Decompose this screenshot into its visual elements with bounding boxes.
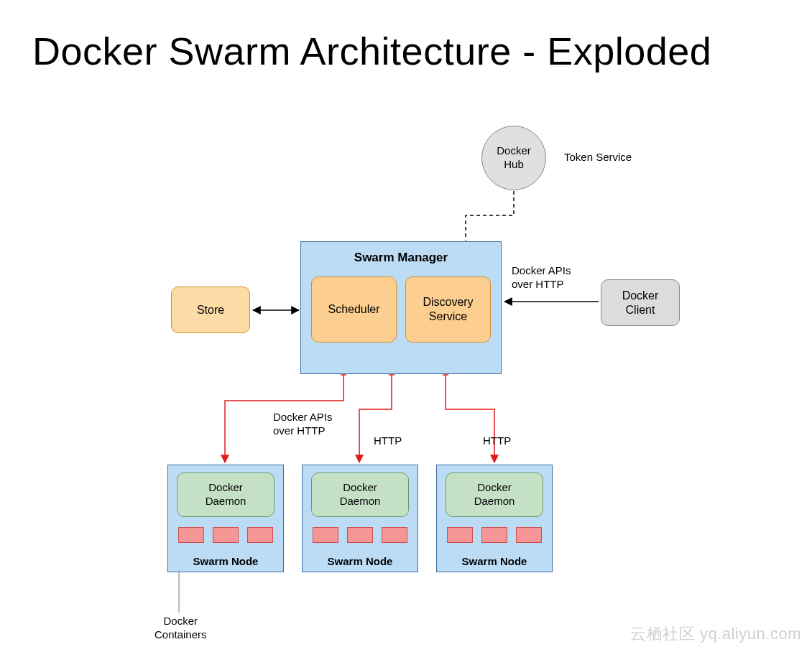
container-box — [481, 527, 507, 543]
container-box — [213, 527, 239, 543]
node-api-label-1: Docker APIs over HTTP — [273, 411, 333, 438]
containers-row-2 — [303, 517, 417, 543]
watermark: 云栖社区 yq.aliyun.com — [630, 623, 801, 645]
docker-hub-label: Docker Hub — [497, 144, 531, 172]
docker-daemon-2: Docker Daemon — [311, 472, 409, 517]
swarm-node-1-title: Swarm Node — [168, 555, 283, 567]
docker-hub-node: Docker Hub — [481, 126, 546, 190]
container-box — [247, 527, 273, 543]
containers-row-3 — [437, 517, 552, 543]
token-service-label: Token Service — [564, 151, 632, 164]
docker-client-node: Docker Client — [601, 279, 680, 326]
swarm-manager-title: Swarm Manager — [301, 242, 501, 276]
swarm-manager-inner-row: Scheduler Discovery Service — [301, 276, 501, 343]
discovery-service-label: Discovery Service — [423, 295, 473, 324]
scheduler-box: Scheduler — [311, 276, 397, 343]
client-api-label: Docker APIs over HTTP — [512, 264, 571, 292]
node-api-label-2: HTTP — [374, 434, 402, 448]
container-box — [516, 527, 542, 543]
docker-containers-label: Docker Containers — [154, 615, 207, 642]
discovery-service-box: Discovery Service — [405, 276, 491, 343]
docker-daemon-1: Docker Daemon — [177, 472, 274, 517]
docker-daemon-2-label: Docker Daemon — [340, 481, 381, 508]
swarm-node-2-title: Swarm Node — [303, 555, 417, 567]
store-label: Store — [197, 304, 224, 317]
container-box — [313, 527, 338, 543]
scheduler-label: Scheduler — [328, 302, 379, 317]
node-api-label-3: HTTP — [483, 434, 511, 448]
swarm-node-1: Docker Daemon Swarm Node — [167, 465, 284, 572]
docker-client-label: Docker Client — [622, 289, 659, 316]
containers-row-1 — [168, 517, 283, 543]
docker-daemon-1-label: Docker Daemon — [206, 481, 246, 508]
docker-daemon-3-label: Docker Daemon — [474, 481, 515, 508]
swarm-node-2: Docker Daemon Swarm Node — [302, 465, 418, 572]
container-box — [178, 527, 204, 543]
container-box — [347, 527, 373, 543]
docker-daemon-3: Docker Daemon — [446, 472, 543, 517]
swarm-manager-node: Swarm Manager Scheduler Discovery Servic… — [300, 241, 502, 374]
container-box — [447, 527, 473, 543]
container-box — [382, 527, 407, 543]
swarm-node-3-title: Swarm Node — [437, 555, 552, 567]
diagram-title: Docker Swarm Architecture - Exploded — [32, 29, 711, 73]
store-node: Store — [171, 287, 250, 333]
swarm-node-3: Docker Daemon Swarm Node — [436, 465, 553, 572]
